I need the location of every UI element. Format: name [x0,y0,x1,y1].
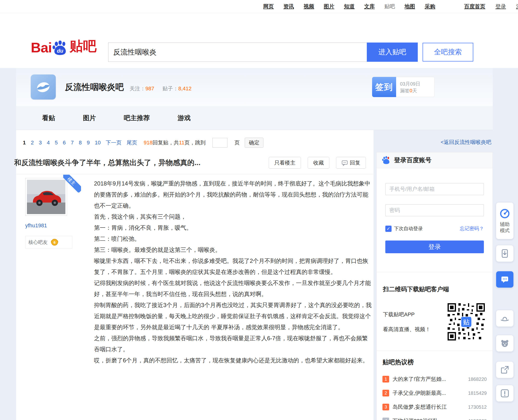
side-toolbar: 辅助 模式 [496,202,514,402]
tab-tupian[interactable]: 图片 [83,114,96,122]
page-6[interactable]: 6 [63,140,66,146]
page-1-current[interactable]: 1 [23,140,26,146]
baidu-paw-icon: du [52,41,68,55]
magic-tool-button[interactable] [496,310,513,327]
nav-zhidao[interactable]: 知道 [344,3,355,10]
app-download-button[interactable] [496,245,513,262]
reply-summary: 918回复贴，共11页，跳到 [144,139,206,146]
hot-topic-item[interactable]: 3 岛民做梦,妄想通行长江 1730512 [382,400,487,414]
share-icon [500,365,510,375]
login-password-input[interactable] [385,204,484,216]
search-all-tieba-button[interactable]: 全吧搜索 [423,43,473,61]
reply-bubble-icon [342,160,348,166]
nav-video[interactable]: 视频 [304,3,314,10]
baidu-paw-small-icon [382,156,391,164]
signin-date-box: 03月09日 漏签0天 [396,77,434,97]
page-8[interactable]: 8 [79,140,82,146]
signin-button[interactable]: 签到 [372,77,396,97]
post-paragraph: 第三：咽喉炎。最难受的就是这第三个，咽喉炎。 [94,244,372,255]
tieba-logo[interactable]: Bai du 贴吧 [31,37,96,55]
page-2[interactable]: 2 [31,140,34,146]
nav-login[interactable]: 登录 [495,3,506,10]
signin-widget: 签到 03月09日 漏签0天 [372,77,434,97]
hot-topic-item[interactable]: 1 大的来了!官方严惩婚... 1868220 [382,372,487,386]
post-paragraph: 首先，我这个病，其实有三个问题， [94,211,372,222]
hot-topics-section: 贴吧热议榜 1 大的来了!官方严惩婚... 1868220 2 子承父业,伊朗新… [377,351,493,420]
nav-baidu-home[interactable]: 百度首页 [464,3,485,10]
lz-badge: 楼主 [63,175,81,193]
post-paragraph: 抑制胃酸的药，我吃了接近3个月，后面的3个月再也没吃过，其实只要胃调养好了，这个… [94,300,372,333]
svg-text:6: 6 [53,240,55,244]
forum-avatar[interactable] [31,75,56,99]
hot-topics-title: 贴吧热议榜 [382,358,487,367]
nav-webpage[interactable]: 网页 [263,3,274,10]
feedback-button[interactable] [496,385,513,402]
post-paragraph: 之前，强烈的异物感，导致我频繁吞咽口水，导致我吞咽量是正常人6-7倍，现在喉咙舒… [94,333,372,355]
phone-download-icon [500,249,510,258]
nav-register[interactable]: 注 [516,3,518,10]
back-to-forum-link[interactable]: <返回反流性咽喉炎吧 [441,139,491,145]
tab-youxi[interactable]: 游戏 [178,114,190,122]
main-post: 楼主 yfhu1981 核心吧友 6 [16,174,373,366]
forum-search-input[interactable] [108,43,367,62]
avatar-image [27,180,65,214]
rank-badge: 1 [382,376,389,382]
chat-bubble-icon [500,275,510,284]
author-username[interactable]: yfhu1981 [25,223,88,229]
forum-header: 反流性咽喉炎吧 关注：987 贴子：8,412 签到 03月09日 漏签0天 [16,68,493,106]
nav-caigou[interactable]: 采购 [425,3,435,10]
page-5[interactable]: 5 [55,140,58,146]
next-page-link[interactable]: 下一页 [106,139,122,146]
page-4[interactable]: 4 [47,140,50,146]
share-button[interactable] [496,362,513,378]
message-button[interactable] [496,271,513,288]
post-paragraph: 喉咙里卡东西，咽不下去，吐不出来，你说多难受吧。我花了2个月不到的时间，把胃病调… [94,255,372,278]
sidebar: <返回反流性咽喉炎吧 登录百度账号 [376,130,493,420]
rank-badge: 4 [382,418,389,420]
forum-title: 反流性咽喉炎吧 [65,82,124,93]
enter-tieba-button[interactable]: 进入贴吧 [367,43,418,62]
jump-page-input[interactable] [213,138,227,148]
hot-topic-item[interactable]: 2 子承父业,伊朗新最高... 1815429 [382,386,487,400]
assist-mode-label: 辅助 模式 [500,221,510,233]
page-9[interactable]: 9 [87,140,90,146]
forum-stats: 关注：987 贴子：8,412 [130,82,191,92]
nav-news[interactable]: 资讯 [283,3,294,10]
thread-title: 和反流性咽喉炎斗争了半年，总算熬出头了，异物感真的... [14,158,200,168]
tab-kantie[interactable]: 看贴 [42,114,55,122]
login-form: ✓ 下次自动登录 忘记密码？ 登录 [377,168,493,272]
nav-wenku[interactable]: 文库 [364,3,375,10]
mascot-button[interactable] [496,335,513,352]
lz-ribbon: 楼主 [63,175,81,193]
search-header: Bai du 贴吧 进入贴吧 全吧搜索 [0,13,518,68]
auto-login-checkbox[interactable]: ✓ [385,226,392,232]
main-column: 1 2 3 4 5 6 7 8 9 10 下一页 尾页 918回复贴，共11页，… [16,130,373,420]
login-username-input[interactable] [385,183,484,195]
jump-confirm-button[interactable]: 确定 [245,138,263,148]
post-paragraph: 哎，折磨了6个月，真的不想回忆，太痛苦了，现在恢复健康内心还是无比激动的，也希望… [94,355,372,366]
favorite-button[interactable]: 收藏 [308,157,329,169]
forgot-password-link[interactable]: 忘记密码？ [460,225,484,232]
feedback-icon [500,389,510,398]
post-author-column: 楼主 yfhu1981 核心吧友 6 [25,178,88,366]
page-10[interactable]: 10 [95,140,100,146]
tab-bazhu-tuijian[interactable]: 吧主推荐 [124,114,150,122]
nav-image[interactable]: 图片 [324,3,334,10]
hot-topic-item[interactable]: 4 万物起源233远征队 1152268 [382,414,487,420]
top-nav: 网页 资讯 视频 图片 知道 文库 贴吧 地图 采购 百度首页 登录 注 [0,0,518,13]
qr-section: 扫二维码下载贴吧客户端 下载贴吧APP 看高清直播、视频！ [377,272,493,351]
nav-map[interactable]: 地图 [404,3,415,10]
only-lz-button[interactable]: 只看楼主 [269,157,301,169]
page-3[interactable]: 3 [39,140,42,146]
sidebar-panel: 登录百度账号 ✓ 下次自动登录 忘记密码？ 登录 [376,152,493,420]
forum-tabbar: 看贴 图片 吧主推荐 游戏 [16,106,493,130]
author-badge-row: 核心吧友 6 [25,236,72,248]
page-body: 反流性咽喉炎吧 关注：987 贴子：8,412 签到 03月09日 漏签0天 看… [0,68,518,420]
nav-tieba[interactable]: 贴吧 [384,3,395,10]
page-7[interactable]: 7 [71,140,74,146]
login-button[interactable]: 登录 [385,240,484,253]
author-avatar[interactable] [25,178,67,216]
reply-button[interactable]: 回复 [336,157,366,169]
last-page-link[interactable]: 尾页 [127,139,137,146]
assist-mode-button[interactable]: 辅助 模式 [496,202,513,239]
